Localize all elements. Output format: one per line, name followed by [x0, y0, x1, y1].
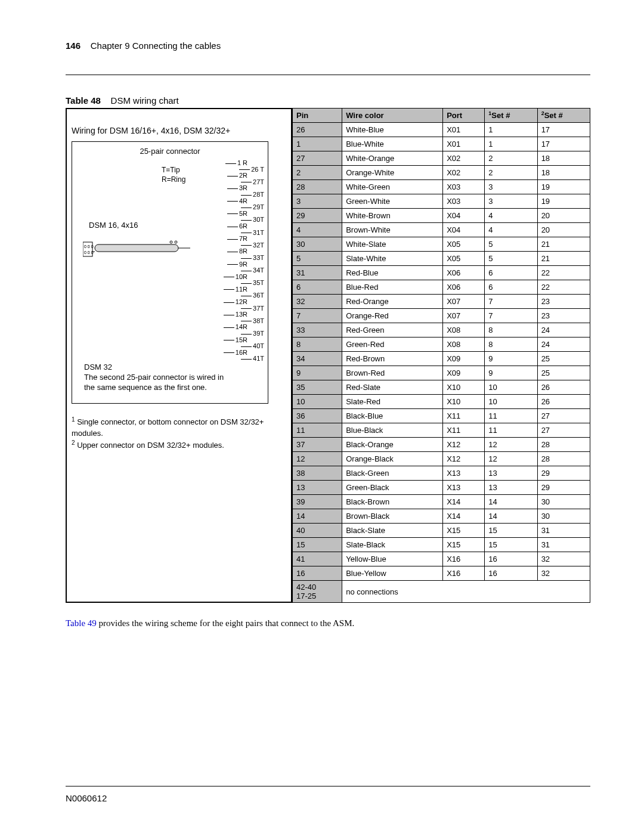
table-row: 29White-BrownX04420 — [293, 209, 590, 223]
svg-point-4 — [170, 241, 172, 243]
cell-port: X11 — [443, 423, 485, 438]
cell-set2: 21 — [537, 237, 590, 252]
col-set2: 2Set # — [537, 109, 590, 123]
cell-wire: Green-Red — [342, 337, 443, 352]
module-icon: 0 0 0 0 0 0 — [83, 237, 190, 261]
cell-set2: 30 — [537, 495, 590, 509]
cell-wire: White-Blue — [342, 123, 443, 137]
cell-set1: 1 — [485, 137, 537, 151]
table-row: 32Red-OrangeX07723 — [293, 295, 590, 309]
cell-pin: 36 — [293, 409, 342, 423]
cell-set2: 27 — [537, 409, 590, 423]
cell-set2: 28 — [537, 452, 590, 466]
table-row: 10Slate-RedX101026 — [293, 395, 590, 409]
cell-set2: 31 — [537, 538, 590, 552]
cell-wire: Slate-White — [342, 252, 443, 266]
cell-port: X04 — [443, 223, 485, 237]
cell-pin: 3 — [293, 194, 342, 209]
cell-pin: 28 — [293, 180, 342, 194]
table-row: 37Black-OrangeX121228 — [293, 438, 590, 452]
table-row-last: 42-4017-25no connections — [293, 581, 590, 603]
cell-wire: White-Brown — [342, 209, 443, 223]
cell-pin: 42-4017-25 — [293, 581, 342, 603]
cell-pin: 2 — [293, 166, 342, 180]
cell-wire: Red-Orange — [342, 295, 443, 309]
cell-pin: 26 — [293, 123, 342, 137]
cell-pin: 5 — [293, 252, 342, 266]
cell-pin: 1 — [293, 137, 342, 151]
cell-port: X10 — [443, 380, 485, 395]
cell-wire: Blue-Red — [342, 280, 443, 295]
cell-wire: Orange-Black — [342, 452, 443, 466]
cell-set1: 10 — [485, 380, 537, 395]
cell-set1: 3 — [485, 180, 537, 194]
cell-set1: 16 — [485, 566, 537, 581]
svg-point-5 — [175, 241, 177, 243]
pair-label: 28T — [224, 191, 264, 198]
cell-wire: Black-Orange — [342, 438, 443, 452]
cell-port: X02 — [443, 151, 485, 166]
table-row: 38Black-GreenX131329 — [293, 466, 590, 481]
cell-set2: 17 — [537, 137, 590, 151]
cell-wire: Brown-Black — [342, 509, 443, 524]
cell-set1: 4 — [485, 209, 537, 223]
cell-wire: White-Green — [342, 180, 443, 194]
pair-connector-label: 25-pair connector — [77, 147, 263, 156]
wiring-table: Pin Wire color Port 1Set # 2Set # 26Whit… — [292, 108, 590, 603]
cell-pin: 12 — [293, 452, 342, 466]
table-row: 14Brown-BlackX141430 — [293, 509, 590, 524]
cell-set1: 3 — [485, 194, 537, 209]
cell-pin: 16 — [293, 566, 342, 581]
table-row: 5Slate-WhiteX05521 — [293, 252, 590, 266]
chapter-title: Chapter 9 Connecting the cables — [91, 41, 221, 51]
pair-label: 41T — [224, 355, 264, 362]
body-rest: provides the wiring scheme for the eight… — [97, 618, 354, 628]
cell-pin: 39 — [293, 495, 342, 509]
table-title: DSM wiring chart — [111, 95, 179, 106]
cell-port: X08 — [443, 337, 485, 352]
table-row: 8Green-RedX08824 — [293, 337, 590, 352]
cell-set2: 18 — [537, 166, 590, 180]
table-row: 30White-SlateX05521 — [293, 237, 590, 252]
cell-set1: 16 — [485, 552, 537, 566]
table-label: Table 48 — [66, 95, 101, 106]
dsm16-label: DSM 16, 4x16 — [89, 221, 138, 230]
cell-pin: 13 — [293, 481, 342, 495]
cell-pin: 34 — [293, 352, 342, 366]
cell-pin: 41 — [293, 552, 342, 566]
cell-port: X16 — [443, 552, 485, 566]
table-row: 11Blue-BlackX111127 — [293, 423, 590, 438]
cell-port: X03 — [443, 194, 485, 209]
table-panel: Pin Wire color Port 1Set # 2Set # 26Whit… — [292, 108, 590, 603]
cell-wire: Yellow-Blue — [342, 552, 443, 566]
cell-port: X03 — [443, 180, 485, 194]
tip-label: T=Tip — [162, 166, 185, 175]
cell-set1: 2 — [485, 166, 537, 180]
cell-wire: Red-Green — [342, 323, 443, 337]
table-row: 27White-OrangeX02218 — [293, 151, 590, 166]
table-row: 2Orange-WhiteX02218 — [293, 166, 590, 180]
table-49-link[interactable]: Table 49 — [66, 618, 97, 628]
cell-set2: 24 — [537, 323, 590, 337]
table-row: 9Brown-RedX09925 — [293, 366, 590, 380]
cell-pin: 27 — [293, 151, 342, 166]
cell-set2: 29 — [537, 466, 590, 481]
table-caption: Table 48 DSM wiring chart — [66, 95, 590, 106]
cell-port: X09 — [443, 366, 485, 380]
cell-set2: 20 — [537, 223, 590, 237]
cell-set2: 19 — [537, 180, 590, 194]
cell-set1: 6 — [485, 280, 537, 295]
cell-pin: 11 — [293, 423, 342, 438]
cell-set1: 6 — [485, 266, 537, 280]
table-row: 16Blue-YellowX161632 — [293, 566, 590, 581]
cell-wire: Red-Blue — [342, 266, 443, 280]
cell-noconn: no connections — [342, 581, 590, 603]
cell-set1: 10 — [485, 395, 537, 409]
col-port: Port — [443, 109, 485, 123]
cell-pin: 37 — [293, 438, 342, 452]
ring-label: R=Ring — [162, 175, 185, 185]
cell-set1: 12 — [485, 452, 537, 466]
document-number: N0060612 — [66, 793, 107, 803]
cell-pin: 4 — [293, 223, 342, 237]
cell-port: X06 — [443, 280, 485, 295]
